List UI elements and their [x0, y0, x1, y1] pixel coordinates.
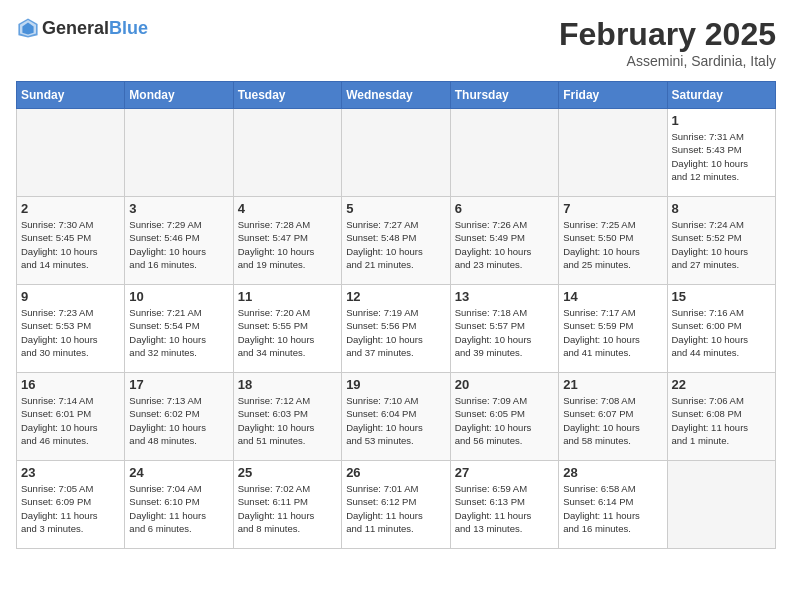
calendar-cell: [233, 109, 341, 197]
calendar-cell: 1Sunrise: 7:31 AM Sunset: 5:43 PM Daylig…: [667, 109, 776, 197]
day-number: 5: [346, 201, 446, 216]
day-info: Sunrise: 7:02 AM Sunset: 6:11 PM Dayligh…: [238, 482, 337, 535]
day-number: 25: [238, 465, 337, 480]
day-info: Sunrise: 7:04 AM Sunset: 6:10 PM Dayligh…: [129, 482, 228, 535]
calendar-cell: 23Sunrise: 7:05 AM Sunset: 6:09 PM Dayli…: [17, 461, 125, 549]
day-number: 14: [563, 289, 662, 304]
calendar-cell: 24Sunrise: 7:04 AM Sunset: 6:10 PM Dayli…: [125, 461, 233, 549]
day-number: 28: [563, 465, 662, 480]
calendar-cell: [450, 109, 558, 197]
day-info: Sunrise: 7:20 AM Sunset: 5:55 PM Dayligh…: [238, 306, 337, 359]
month-title: February 2025: [559, 16, 776, 53]
day-info: Sunrise: 7:28 AM Sunset: 5:47 PM Dayligh…: [238, 218, 337, 271]
day-number: 24: [129, 465, 228, 480]
day-number: 11: [238, 289, 337, 304]
weekday-header-monday: Monday: [125, 82, 233, 109]
calendar-cell: 22Sunrise: 7:06 AM Sunset: 6:08 PM Dayli…: [667, 373, 776, 461]
day-info: Sunrise: 7:23 AM Sunset: 5:53 PM Dayligh…: [21, 306, 120, 359]
day-info: Sunrise: 7:14 AM Sunset: 6:01 PM Dayligh…: [21, 394, 120, 447]
day-info: Sunrise: 7:06 AM Sunset: 6:08 PM Dayligh…: [672, 394, 772, 447]
day-info: Sunrise: 6:59 AM Sunset: 6:13 PM Dayligh…: [455, 482, 554, 535]
calendar-cell: 3Sunrise: 7:29 AM Sunset: 5:46 PM Daylig…: [125, 197, 233, 285]
calendar-table: SundayMondayTuesdayWednesdayThursdayFrid…: [16, 81, 776, 549]
calendar-cell: 27Sunrise: 6:59 AM Sunset: 6:13 PM Dayli…: [450, 461, 558, 549]
calendar-cell: 13Sunrise: 7:18 AM Sunset: 5:57 PM Dayli…: [450, 285, 558, 373]
weekday-header-tuesday: Tuesday: [233, 82, 341, 109]
weekday-header-sunday: Sunday: [17, 82, 125, 109]
calendar-cell: 6Sunrise: 7:26 AM Sunset: 5:49 PM Daylig…: [450, 197, 558, 285]
logo-icon: [16, 16, 40, 40]
day-number: 22: [672, 377, 772, 392]
weekday-header-thursday: Thursday: [450, 82, 558, 109]
day-number: 3: [129, 201, 228, 216]
calendar-cell: 7Sunrise: 7:25 AM Sunset: 5:50 PM Daylig…: [559, 197, 667, 285]
day-number: 26: [346, 465, 446, 480]
calendar-cell: 2Sunrise: 7:30 AM Sunset: 5:45 PM Daylig…: [17, 197, 125, 285]
calendar-cell: 16Sunrise: 7:14 AM Sunset: 6:01 PM Dayli…: [17, 373, 125, 461]
calendar-cell: 5Sunrise: 7:27 AM Sunset: 5:48 PM Daylig…: [342, 197, 451, 285]
calendar-cell: 14Sunrise: 7:17 AM Sunset: 5:59 PM Dayli…: [559, 285, 667, 373]
day-info: Sunrise: 7:05 AM Sunset: 6:09 PM Dayligh…: [21, 482, 120, 535]
day-number: 15: [672, 289, 772, 304]
day-info: Sunrise: 7:08 AM Sunset: 6:07 PM Dayligh…: [563, 394, 662, 447]
weekday-header-row: SundayMondayTuesdayWednesdayThursdayFrid…: [17, 82, 776, 109]
calendar-cell: 4Sunrise: 7:28 AM Sunset: 5:47 PM Daylig…: [233, 197, 341, 285]
calendar-cell: 10Sunrise: 7:21 AM Sunset: 5:54 PM Dayli…: [125, 285, 233, 373]
calendar-cell: 18Sunrise: 7:12 AM Sunset: 6:03 PM Dayli…: [233, 373, 341, 461]
day-number: 12: [346, 289, 446, 304]
calendar-cell: [667, 461, 776, 549]
day-info: Sunrise: 6:58 AM Sunset: 6:14 PM Dayligh…: [563, 482, 662, 535]
calendar-cell: 9Sunrise: 7:23 AM Sunset: 5:53 PM Daylig…: [17, 285, 125, 373]
day-info: Sunrise: 7:13 AM Sunset: 6:02 PM Dayligh…: [129, 394, 228, 447]
calendar-cell: 21Sunrise: 7:08 AM Sunset: 6:07 PM Dayli…: [559, 373, 667, 461]
day-info: Sunrise: 7:10 AM Sunset: 6:04 PM Dayligh…: [346, 394, 446, 447]
day-number: 10: [129, 289, 228, 304]
day-info: Sunrise: 7:29 AM Sunset: 5:46 PM Dayligh…: [129, 218, 228, 271]
calendar-cell: [17, 109, 125, 197]
day-number: 27: [455, 465, 554, 480]
day-info: Sunrise: 7:01 AM Sunset: 6:12 PM Dayligh…: [346, 482, 446, 535]
day-info: Sunrise: 7:24 AM Sunset: 5:52 PM Dayligh…: [672, 218, 772, 271]
day-number: 13: [455, 289, 554, 304]
day-info: Sunrise: 7:18 AM Sunset: 5:57 PM Dayligh…: [455, 306, 554, 359]
day-number: 9: [21, 289, 120, 304]
week-row-3: 9Sunrise: 7:23 AM Sunset: 5:53 PM Daylig…: [17, 285, 776, 373]
day-info: Sunrise: 7:31 AM Sunset: 5:43 PM Dayligh…: [672, 130, 772, 183]
day-number: 23: [21, 465, 120, 480]
page-header: GeneralBlue February 2025 Assemini, Sard…: [16, 16, 776, 69]
day-number: 19: [346, 377, 446, 392]
day-number: 21: [563, 377, 662, 392]
calendar-cell: 11Sunrise: 7:20 AM Sunset: 5:55 PM Dayli…: [233, 285, 341, 373]
location-subtitle: Assemini, Sardinia, Italy: [559, 53, 776, 69]
calendar-cell: 15Sunrise: 7:16 AM Sunset: 6:00 PM Dayli…: [667, 285, 776, 373]
day-info: Sunrise: 7:16 AM Sunset: 6:00 PM Dayligh…: [672, 306, 772, 359]
calendar-cell: 26Sunrise: 7:01 AM Sunset: 6:12 PM Dayli…: [342, 461, 451, 549]
logo: GeneralBlue: [16, 16, 148, 40]
day-info: Sunrise: 7:12 AM Sunset: 6:03 PM Dayligh…: [238, 394, 337, 447]
calendar-cell: 8Sunrise: 7:24 AM Sunset: 5:52 PM Daylig…: [667, 197, 776, 285]
weekday-header-wednesday: Wednesday: [342, 82, 451, 109]
day-info: Sunrise: 7:25 AM Sunset: 5:50 PM Dayligh…: [563, 218, 662, 271]
day-info: Sunrise: 7:09 AM Sunset: 6:05 PM Dayligh…: [455, 394, 554, 447]
day-info: Sunrise: 7:27 AM Sunset: 5:48 PM Dayligh…: [346, 218, 446, 271]
week-row-2: 2Sunrise: 7:30 AM Sunset: 5:45 PM Daylig…: [17, 197, 776, 285]
weekday-header-friday: Friday: [559, 82, 667, 109]
day-number: 17: [129, 377, 228, 392]
calendar-cell: 12Sunrise: 7:19 AM Sunset: 5:56 PM Dayli…: [342, 285, 451, 373]
calendar-cell: [342, 109, 451, 197]
calendar-cell: 28Sunrise: 6:58 AM Sunset: 6:14 PM Dayli…: [559, 461, 667, 549]
weekday-header-saturday: Saturday: [667, 82, 776, 109]
day-number: 20: [455, 377, 554, 392]
day-info: Sunrise: 7:19 AM Sunset: 5:56 PM Dayligh…: [346, 306, 446, 359]
day-number: 7: [563, 201, 662, 216]
calendar-cell: [125, 109, 233, 197]
week-row-5: 23Sunrise: 7:05 AM Sunset: 6:09 PM Dayli…: [17, 461, 776, 549]
day-info: Sunrise: 7:21 AM Sunset: 5:54 PM Dayligh…: [129, 306, 228, 359]
day-number: 16: [21, 377, 120, 392]
day-info: Sunrise: 7:30 AM Sunset: 5:45 PM Dayligh…: [21, 218, 120, 271]
week-row-1: 1Sunrise: 7:31 AM Sunset: 5:43 PM Daylig…: [17, 109, 776, 197]
day-info: Sunrise: 7:26 AM Sunset: 5:49 PM Dayligh…: [455, 218, 554, 271]
day-number: 18: [238, 377, 337, 392]
week-row-4: 16Sunrise: 7:14 AM Sunset: 6:01 PM Dayli…: [17, 373, 776, 461]
calendar-cell: 25Sunrise: 7:02 AM Sunset: 6:11 PM Dayli…: [233, 461, 341, 549]
